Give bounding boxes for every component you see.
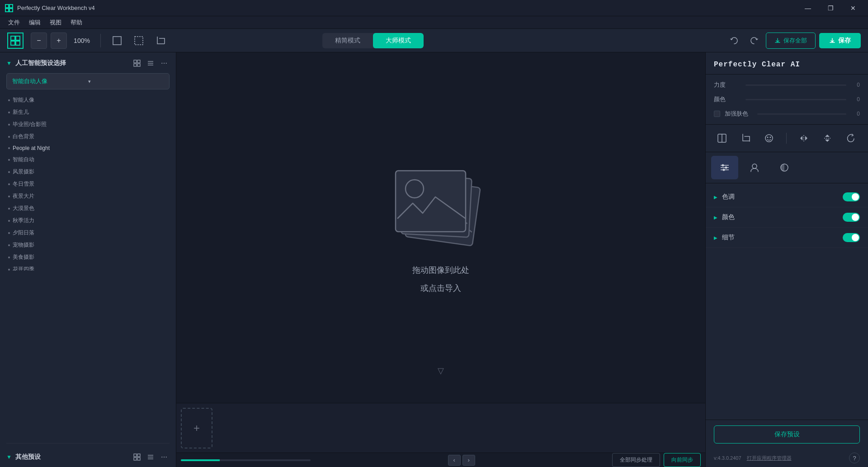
list-item[interactable]: 夕阳日落 bbox=[2, 227, 174, 239]
svg-point-40 bbox=[722, 164, 724, 167]
save-button[interactable]: 保存 bbox=[819, 33, 861, 48]
save-preset-button[interactable]: 保存预设 bbox=[714, 425, 860, 444]
compare-icon[interactable] bbox=[714, 130, 730, 146]
intensity-value: 0 bbox=[851, 82, 860, 88]
list-item[interactable]: 秋季活力 bbox=[2, 215, 174, 227]
crop-button[interactable] bbox=[151, 33, 170, 49]
color-section[interactable]: ▶ 颜色 bbox=[706, 207, 868, 228]
list-item[interactable]: 宠物摄影 bbox=[2, 239, 174, 251]
filmstrip-prev-button[interactable]: ‹ bbox=[448, 455, 461, 466]
master-mode-button[interactable]: 大师模式 bbox=[373, 33, 424, 48]
flip-h-icon[interactable] bbox=[796, 130, 812, 146]
tone-section[interactable]: ▶ 色调 bbox=[706, 187, 868, 207]
filmstrip-next-button[interactable]: › bbox=[462, 455, 475, 466]
more-options-button[interactable]: ⋯ bbox=[159, 58, 170, 69]
color-expand-arrow: ▶ bbox=[714, 215, 717, 220]
rotate-right-icon[interactable] bbox=[843, 130, 859, 146]
list-item[interactable]: 白色背景 bbox=[2, 131, 174, 143]
svg-point-32 bbox=[765, 135, 773, 142]
list-item[interactable]: 花开四季 bbox=[2, 263, 174, 271]
adjustments-tab[interactable] bbox=[711, 156, 738, 179]
minimize-button[interactable]: — bbox=[797, 0, 818, 16]
filmstrip-progress-bar bbox=[181, 459, 220, 461]
svg-point-42 bbox=[723, 169, 725, 171]
other-collapse-arrow[interactable]: ▼ bbox=[6, 454, 12, 460]
drop-area[interactable]: 拖动图像到此处 或点击导入 bbox=[387, 160, 495, 296]
svg-rect-18 bbox=[137, 454, 140, 457]
grid-view-button[interactable] bbox=[132, 58, 142, 69]
adjustment-tabs bbox=[706, 152, 868, 183]
menu-help[interactable]: 帮助 bbox=[66, 17, 87, 28]
sync-forward-button[interactable]: 向前同步 bbox=[664, 453, 701, 467]
panel-title: Perfectly Clear AI bbox=[706, 52, 868, 75]
intensity-slider[interactable] bbox=[745, 84, 846, 86]
other-grid-view-button[interactable] bbox=[132, 452, 142, 462]
list-item[interactable]: 美食摄影 bbox=[2, 251, 174, 263]
tone-toggle[interactable] bbox=[843, 192, 860, 201]
list-item[interactable]: 夜景大片 bbox=[2, 190, 174, 202]
detail-toggle[interactable] bbox=[843, 233, 860, 242]
svg-rect-1 bbox=[9, 5, 13, 8]
save-all-button[interactable]: 保存全部 bbox=[766, 33, 816, 49]
undo-button[interactable] bbox=[726, 33, 742, 49]
color-toggle[interactable] bbox=[843, 213, 860, 222]
canvas-main[interactable]: 拖动图像到此处 或点击导入 ▽ bbox=[176, 52, 705, 403]
batch-process-button[interactable]: 全部同步处理 bbox=[612, 453, 660, 467]
color-slider[interactable] bbox=[745, 99, 846, 100]
enhance-skin-slider[interactable] bbox=[757, 113, 846, 115]
maximize-button[interactable]: ❐ bbox=[820, 0, 841, 16]
detail-section[interactable]: ▶ 细节 bbox=[706, 228, 868, 248]
other-more-button[interactable]: ⋯ bbox=[159, 452, 170, 462]
frame-button[interactable] bbox=[108, 33, 126, 49]
list-view-button[interactable] bbox=[145, 58, 156, 69]
svg-rect-12 bbox=[134, 64, 137, 66]
list-item[interactable]: 风景摄影 bbox=[2, 166, 174, 178]
add-photo-button[interactable]: + bbox=[181, 408, 212, 448]
drop-text-line1: 拖动图像到此处 bbox=[412, 263, 469, 277]
flip-v-icon[interactable] bbox=[819, 130, 835, 146]
list-item[interactable]: 大漠景色 bbox=[2, 202, 174, 215]
color-slider-value: 0 bbox=[851, 96, 860, 103]
help-button[interactable]: ? bbox=[849, 453, 860, 463]
close-button[interactable]: ✕ bbox=[843, 0, 863, 16]
list-item[interactable]: 智能人像 bbox=[2, 94, 174, 106]
face-tool-icon[interactable] bbox=[761, 130, 777, 146]
zoom-minus-button[interactable]: − bbox=[31, 33, 47, 49]
list-item[interactable]: 新生儿 bbox=[2, 106, 174, 118]
svg-rect-7 bbox=[16, 41, 20, 45]
enhance-skin-checkbox[interactable] bbox=[714, 111, 720, 117]
preset-dropdown[interactable]: 智能自动人像 ▾ bbox=[6, 73, 170, 89]
list-item[interactable]: People at Night bbox=[2, 143, 174, 154]
svg-rect-20 bbox=[137, 458, 140, 460]
list-item[interactable]: 智能自动 bbox=[2, 154, 174, 166]
list-item[interactable]: 毕业照/合影照 bbox=[2, 118, 174, 131]
menu-file[interactable]: 文件 bbox=[4, 17, 24, 28]
drop-text-line2: 或点击导入 bbox=[420, 281, 461, 295]
menu-edit[interactable]: 编辑 bbox=[24, 17, 45, 28]
redo-button[interactable] bbox=[746, 33, 762, 49]
adjustment-sections: ▶ 色调 ▶ 颜色 ▶ 细节 bbox=[706, 183, 868, 420]
app-manager-link[interactable]: 打开应用程序管理器 bbox=[747, 455, 792, 462]
panel-footer: v:4.3.0.2407 打开应用程序管理器 ? bbox=[706, 449, 868, 467]
other-presets-header: ▼ 其他预设 ⋯ bbox=[0, 446, 176, 467]
crop-tool-icon[interactable] bbox=[737, 130, 754, 146]
other-list-view-button[interactable] bbox=[145, 452, 156, 462]
tone-label: 色调 bbox=[722, 193, 843, 201]
menu-view[interactable]: 视图 bbox=[45, 17, 66, 28]
svg-rect-8 bbox=[113, 37, 121, 45]
tone-expand-arrow: ▶ bbox=[714, 195, 717, 200]
window-controls: — ❐ ✕ bbox=[797, 0, 863, 16]
filmstrip-progress bbox=[181, 459, 311, 461]
selection-button[interactable] bbox=[130, 33, 148, 49]
preset-list: 智能人像 新生儿 毕业照/合影照 白色背景 People at Night 智能… bbox=[0, 94, 176, 271]
intensity-label: 力度 bbox=[714, 81, 741, 89]
collapse-arrow[interactable]: ▼ bbox=[6, 60, 12, 66]
color-tab[interactable] bbox=[771, 156, 798, 179]
zoom-plus-button[interactable]: + bbox=[51, 33, 67, 49]
simple-mode-button[interactable]: 精简模式 bbox=[322, 33, 373, 48]
detail-expand-arrow: ▶ bbox=[714, 235, 717, 240]
menubar: 文件 编辑 视图 帮助 bbox=[0, 16, 868, 29]
zoom-value: 100% bbox=[71, 37, 93, 44]
skin-tab[interactable] bbox=[741, 156, 768, 179]
list-item[interactable]: 冬日雪景 bbox=[2, 178, 174, 190]
